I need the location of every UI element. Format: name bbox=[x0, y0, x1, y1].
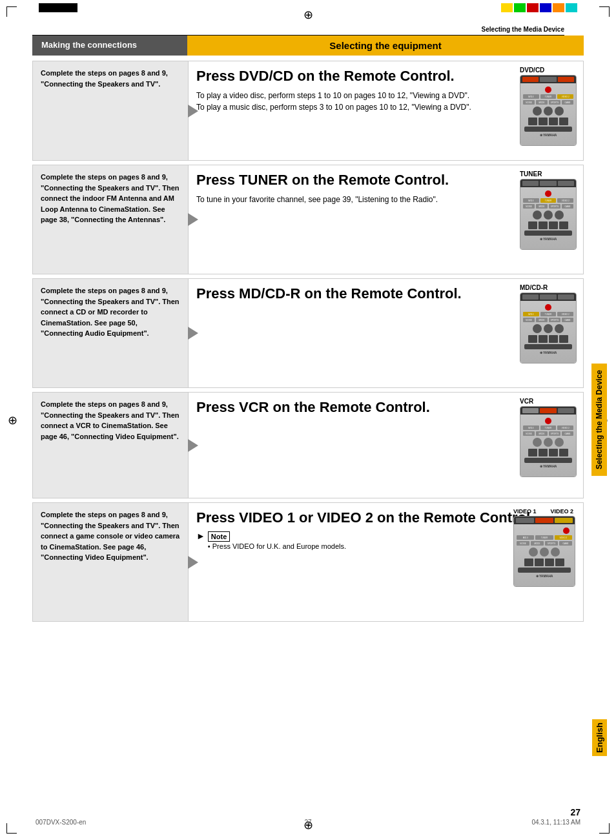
page-header-title: Selecting the Media Device bbox=[482, 26, 564, 33]
left-col-mdcdr: Complete the steps on pages 8 and 9, "Co… bbox=[33, 279, 188, 387]
press-title-mdcdr: Press MD/CD-R on the Remote Control. bbox=[196, 285, 575, 302]
left-text-dvd: Complete the steps on pages 8 and 9, "Co… bbox=[41, 69, 168, 88]
corner-mark-bl bbox=[6, 823, 17, 834]
black-bar-decoration bbox=[39, 3, 77, 12]
main-content: Making the connections Selecting the equ… bbox=[32, 36, 584, 804]
arrow-mdcdr bbox=[188, 327, 198, 340]
row-dvd: Complete the steps on pages 8 and 9, "Co… bbox=[32, 61, 584, 161]
remote-box-video: M/D.II TUNER VIDEO 2 NOISE MODE SPORTS G… bbox=[513, 516, 575, 587]
remote-box-tuner: M/D.II TUNER VIDEO 2 NOISE MODE SPORTS G… bbox=[520, 179, 577, 250]
left-col-tuner: Complete the steps on pages 8 and 9, "Co… bbox=[33, 165, 188, 274]
note-text: • Press VIDEO for U.K. and Europe models… bbox=[208, 542, 346, 550]
row-mdcdr: Complete the steps on pages 8 and 9, "Co… bbox=[32, 278, 584, 388]
color-bar-5 bbox=[553, 3, 564, 12]
crosshair-top: ⊕ bbox=[303, 8, 313, 22]
left-col-vcr: Complete the steps on pages 8 and 9, "Co… bbox=[33, 393, 188, 498]
right-col-vcr: Press VCR on the Remote Control. VCR bbox=[188, 393, 583, 498]
remote-label-dvd: DVD/CD bbox=[520, 67, 578, 74]
row-tuner: Complete the steps on pages 8 and 9, "Co… bbox=[32, 165, 584, 274]
footer-center: 27 bbox=[304, 819, 311, 826]
press-desc-tuner: To tune in your favorite channel, see pa… bbox=[196, 194, 575, 205]
left-text-tuner: Complete the steps on pages 8 and 9, "Co… bbox=[41, 173, 180, 223]
arrow-dvd bbox=[188, 105, 198, 118]
remote-tuner: TUNER M/D.II bbox=[520, 170, 578, 250]
footer-right: 04.3.1, 11:13 AM bbox=[531, 819, 580, 826]
remote-label-tuner: TUNER bbox=[520, 170, 578, 178]
color-bar-4 bbox=[540, 3, 551, 12]
remote-label-vcr: VCR bbox=[520, 398, 578, 405]
corner-mark-br bbox=[599, 823, 610, 834]
arrow-tuner bbox=[188, 213, 198, 226]
row-vcr: Complete the steps on pages 8 and 9, "Co… bbox=[32, 392, 584, 498]
header-row: Making the connections Selecting the equ… bbox=[32, 36, 584, 56]
crosshair-left: ⊕ bbox=[8, 413, 17, 427]
row-video: Complete the steps on pages 8 and 9, "Co… bbox=[32, 502, 584, 622]
color-bar-2 bbox=[514, 3, 526, 12]
remote-mdcdr: MD/CD-R M/D.II bbox=[520, 284, 578, 364]
remote-box-mdcdr: M/D.II TUNER VIDEO 2 NOISE MODE SPORTS G… bbox=[520, 292, 577, 364]
press-title-dvd: Press DVD/CD on the Remote Control. bbox=[196, 68, 575, 85]
footer-left: 007DVX-S200-en bbox=[36, 819, 86, 826]
left-text-mdcdr: Complete the steps on pages 8 and 9, "Co… bbox=[41, 287, 180, 337]
color-bar-3 bbox=[527, 3, 539, 12]
header-right: Selecting the equipment bbox=[187, 36, 584, 56]
note-arrow-icon: ► bbox=[196, 531, 205, 541]
side-label-text: Selecting the Media Device bbox=[591, 364, 607, 476]
header-left: Making the connections bbox=[32, 36, 187, 56]
remote-vcr: VCR M/D.II bbox=[520, 398, 578, 477]
corner-mark-tr bbox=[599, 6, 610, 17]
page-number: 27 bbox=[570, 807, 580, 817]
color-bar-6 bbox=[566, 3, 577, 12]
arrow-video bbox=[188, 556, 198, 569]
right-col-video: Press VIDEO 1 or VIDEO 2 on the Remote C… bbox=[188, 503, 583, 621]
english-label: English bbox=[592, 719, 607, 756]
left-col-video: Complete the steps on pages 8 and 9, "Co… bbox=[33, 503, 188, 621]
remote-label-mdcdr: MD/CD-R bbox=[520, 284, 578, 291]
press-desc-dvd: To play a video disc, perform steps 1 to… bbox=[196, 90, 575, 113]
arrow-vcr bbox=[188, 439, 198, 452]
right-col-tuner: Press TUNER on the Remote Control. To tu… bbox=[188, 165, 583, 274]
press-title-vcr: Press VCR on the Remote Control. bbox=[196, 399, 575, 416]
remote-box-dvd: M/D.II TUNER VIDEO 2 NOISE MODE SPORTS G… bbox=[520, 75, 577, 146]
color-bar-1 bbox=[501, 3, 513, 12]
corner-mark-tl bbox=[6, 6, 17, 17]
remote-video: VIDEO 1 VIDEO 2 bbox=[513, 508, 578, 587]
remote-label-video1: VIDEO 1 bbox=[513, 508, 537, 515]
left-text-vcr: Complete the steps on pages 8 and 9, "Co… bbox=[41, 400, 180, 440]
press-title-tuner: Press TUNER on the Remote Control. bbox=[196, 172, 575, 189]
left-text-video: Complete the steps on pages 8 and 9, "Co… bbox=[41, 511, 180, 561]
left-col-dvd: Complete the steps on pages 8 and 9, "Co… bbox=[33, 61, 188, 160]
remote-dvd: DVD/CD M/D.II bbox=[520, 67, 578, 146]
right-col-mdcdr: Press MD/CD-R on the Remote Control. MD/… bbox=[188, 279, 583, 387]
color-bars bbox=[501, 3, 577, 12]
right-col-dvd: Press DVD/CD on the Remote Control. To p… bbox=[188, 61, 583, 160]
remote-box-vcr: M/D.II TUNER VIDEO 2 NOISE MODE SPORTS G… bbox=[520, 406, 577, 477]
note-label: Note bbox=[208, 531, 230, 542]
remote-label-video2: VIDEO 2 bbox=[551, 508, 574, 515]
side-label-container: Selecting the Media Device bbox=[591, 129, 607, 711]
